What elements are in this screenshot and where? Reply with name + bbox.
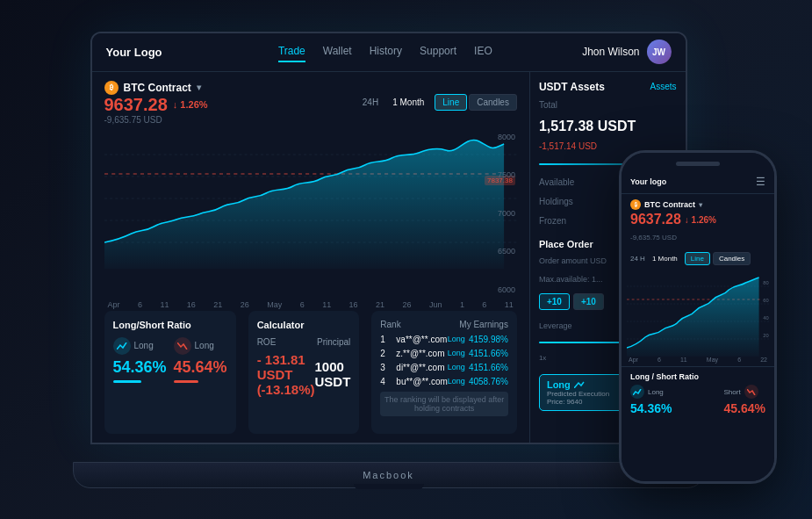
nav-trade[interactable]: Trade [278,41,305,62]
phone-menu-icon[interactable]: ☰ [756,176,765,188]
phone-btc-price: 9637.28 ↓ 1.26% [630,212,765,227]
rank-earning-4: 4058.76% [469,377,508,386]
ratio-panel: Long/Short Ratio Long 54.36 [104,311,236,434]
btc-icon: ₿ [104,81,119,95]
laptop-label: Macbook [363,470,414,480]
btc-price: 9637.28 ↓ 1.26% [104,95,208,115]
ratio-short-pct: 45.64% [174,358,227,377]
chart-type-btns: Line Candles [435,94,517,111]
line-chart-button[interactable]: Line [435,94,467,111]
nav-history[interactable]: History [370,41,402,62]
svg-text:2000: 2000 [763,333,769,338]
phone-chart: 8000 6000 4000 2000 [622,269,774,357]
rank-earning-3: 4151.66% [469,363,508,372]
rank-col-earnings: My Earnings [459,320,508,329]
available-label: Available [539,177,574,187]
x-1: 1 [460,300,464,309]
x-m21: 21 [376,300,384,309]
phone-tab-1month[interactable]: 1 Month [652,255,678,263]
header-right: Jhon Wilson JW [582,40,671,64]
svg-text:4000: 4000 [763,315,769,321]
assets-link[interactable]: Assets [650,82,676,91]
x-m6: 6 [300,300,305,309]
rank-type-2: Long [448,349,465,357]
order-btn-10[interactable]: +10 [539,293,570,310]
ratio-bars: Long 54.36% [113,337,227,383]
chart-area: 7837.38 8000 7500 7000 6500 6000 [104,128,517,299]
x-m11: 11 [322,300,331,309]
y-label-7500: 7500 [498,170,515,179]
rank-num-3: 3 [380,363,391,372]
y-label-7000: 7000 [498,209,515,218]
btc-usd: -9,635.75 USD [104,115,208,125]
chart-panel: ₿ BTC Contract ▾ 9637.28 ↓ 1.26% [92,72,530,443]
time-tabs: 24H 1 Month [359,96,428,109]
phone-line-btn[interactable]: Line [685,252,710,265]
phone-change: ↓ 1.26% [685,215,716,225]
rank-type-4: Long [448,377,465,386]
header: Your Logo Trade Wallet History Support I… [92,33,686,72]
btc-pair-label: BTC Contract [124,82,191,94]
x-6: 6 [138,300,142,309]
nav: Trade Wallet History Support IEO [189,41,583,62]
rank-header: Rank My Earnings [380,320,508,329]
x-axis-labels: Apr 6 11 16 21 26 May 6 11 16 21 26 Jun … [104,299,517,311]
calc-values-row: - 131.81 USDT (-13.18%) 1000 USDT [257,352,351,397]
usdt-title: USDT Assets [539,81,605,93]
rank-type-1: Long [448,335,465,343]
phone-long-label: Long [648,388,664,396]
roe-label: ROE [257,337,277,347]
phone-btc-icon: ₿ [630,199,641,210]
phone-header: Your logo ☰ [622,170,774,194]
svg-text:8000: 8000 [763,280,769,285]
dashboard: Your Logo Trade Wallet History Support I… [92,33,686,443]
order-btn-10b[interactable]: +10 [573,293,604,310]
x-m16: 16 [349,300,358,309]
rank-num-4: 4 [380,377,391,386]
rank-email-1: va**@**.com [396,335,448,344]
svg-text:6000: 6000 [763,298,769,303]
price-chart [104,128,517,269]
phone-short-icon [744,385,758,399]
ratio-long-icon [113,337,131,355]
user-name: Jhon Wilson [582,46,639,58]
phone-candles-btn[interactable]: Candles [713,252,751,265]
phone-notch [676,162,720,166]
phone-pair-label: BTC Contract [644,200,695,209]
phone-short-section: Short 45.64% [724,385,765,416]
x-16: 16 [187,300,196,309]
candles-chart-button[interactable]: Candles [469,94,517,111]
y-axis-labels: 8000 7500 7000 6500 6000 [496,128,517,299]
x-apr: Apr [108,300,120,309]
ratio-short-icon [174,337,191,355]
time-tab-24h[interactable]: 24H [359,96,382,109]
avatar[interactable]: JW [647,40,672,64]
y-label-6500: 6500 [498,247,515,256]
rank-email-2: z.**@**.com [396,349,448,358]
x-21: 21 [213,300,222,309]
phone-dropdown-icon[interactable]: ▾ [699,201,702,209]
ratio-long-bar [113,380,142,383]
phone-short-pct: 45.64% [724,401,765,415]
y-label-6000: 6000 [498,285,515,294]
time-tab-1month[interactable]: 1 Month [389,96,428,109]
nav-wallet[interactable]: Wallet [323,41,352,62]
phone-price-value: 9637.28 [630,212,681,227]
x-may: May [267,300,282,309]
phone-ratio-title: Long / Short Ratio [630,372,765,381]
x-j11: 11 [505,300,514,309]
order-amount-label: Order amount USD [539,256,607,265]
phone-inner: Your logo ☰ ₿ BTC Contract ▾ 9637.28 ↓ 1… [622,153,774,481]
phone-btc-usd: -9,635.75 USD [630,234,677,241]
phone-tab-24h[interactable]: 24 H [630,255,645,263]
rank-email-4: bu**@**.com [396,377,448,386]
dropdown-icon[interactable]: ▾ [197,83,201,92]
x-11: 11 [160,300,169,309]
phone-long-section: Long 54.36% [630,385,672,416]
nav-ieo[interactable]: IEO [474,41,492,62]
ratio-title: Long/Short Ratio [113,320,227,330]
nav-support[interactable]: Support [420,41,456,62]
long-btn-label: Long [547,379,571,390]
btc-price-value: 9637.28 [104,95,168,115]
phone-chart-buttons: Line Candles [685,252,751,265]
